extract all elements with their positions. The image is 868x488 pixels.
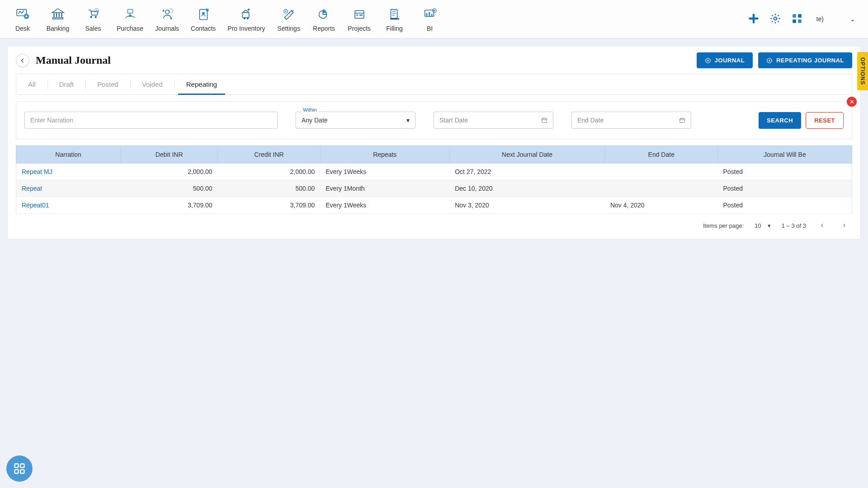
- nav-label: Sales: [85, 25, 101, 32]
- tab-label: Posted: [97, 80, 118, 88]
- next-page-button[interactable]: [839, 220, 849, 231]
- tab-voided[interactable]: Voided: [130, 74, 175, 94]
- cell-debit: 3,709.00: [121, 197, 218, 214]
- close-filter-button[interactable]: ✕: [847, 97, 857, 107]
- apps-fab[interactable]: [6, 455, 33, 482]
- col-narration[interactable]: Narration: [16, 146, 121, 164]
- col-repeats[interactable]: Repeats: [320, 146, 449, 164]
- svg-point-12: [169, 9, 173, 13]
- search-button[interactable]: SEARCH: [759, 112, 801, 129]
- nav-purchase[interactable]: Purchase: [115, 4, 145, 34]
- svg-point-16: [202, 12, 205, 14]
- quickadd-button[interactable]: [748, 13, 760, 26]
- tab-posted[interactable]: Posted: [85, 74, 130, 94]
- nav-label: Contacts: [191, 25, 216, 32]
- purchase-icon: [123, 7, 138, 22]
- chevron-right-icon: [842, 223, 846, 228]
- nav-label: Desk: [15, 25, 30, 32]
- user-menu[interactable]: te) ⌄: [813, 14, 859, 24]
- col-credit[interactable]: Credit INR: [218, 146, 321, 164]
- narration-input[interactable]: [24, 112, 278, 129]
- tabs: All Draft Posted Voided Repeating: [16, 74, 852, 95]
- tab-label: Repeating: [186, 80, 217, 88]
- col-debit[interactable]: Debit INR: [121, 146, 218, 164]
- table-body: Repeat MJ2,000.002,000.00Every 1WeeksOct…: [16, 164, 852, 214]
- within-select[interactable]: Any Date ▾: [296, 112, 415, 129]
- options-rail[interactable]: OPTIONS: [857, 52, 868, 90]
- nav-proinventory[interactable]: Pro Inventory: [226, 4, 267, 34]
- cell-next: Dec 10, 2020: [449, 180, 605, 197]
- cell-narration[interactable]: Repeat01: [16, 197, 121, 214]
- cell-repeats: Every 1Month: [320, 180, 449, 197]
- nav-journals[interactable]: Journals: [153, 4, 181, 34]
- svg-rect-2: [53, 18, 63, 19]
- ipp-select[interactable]: 10 ▾: [755, 222, 770, 229]
- table-row[interactable]: Repeat MJ2,000.002,000.00Every 1WeeksOct…: [16, 164, 852, 180]
- search-label: SEARCH: [767, 117, 793, 124]
- tab-all[interactable]: All: [16, 74, 47, 94]
- within-label: Within: [301, 107, 319, 113]
- dropdown-icon: ▾: [768, 222, 771, 229]
- nav-right: te) ⌄: [748, 13, 859, 26]
- svg-rect-35: [429, 12, 430, 16]
- nav-label: Banking: [47, 25, 70, 32]
- cell-credit: 500.00: [218, 180, 321, 197]
- end-date-placeholder: End Date: [577, 117, 604, 124]
- nav-label: Settings: [277, 25, 300, 32]
- nav-label: Filling: [386, 25, 403, 32]
- nav-reports[interactable]: Reports: [311, 4, 338, 34]
- svg-point-8: [95, 16, 97, 18]
- nav-banking[interactable]: Banking: [44, 4, 71, 34]
- ipp-label: Items per page:: [703, 222, 744, 229]
- filter-actions: SEARCH RESET: [759, 112, 844, 129]
- svg-rect-56: [15, 469, 19, 473]
- cell-end: [605, 180, 718, 197]
- apps-button[interactable]: [791, 13, 803, 26]
- nav-label: Journals: [155, 25, 179, 32]
- journal-table: Narration Debit INR Credit INR Repeats N…: [16, 145, 852, 214]
- ipp-value: 10: [755, 222, 761, 229]
- nav-desk[interactable]: Desk: [9, 4, 36, 34]
- back-button[interactable]: [16, 54, 29, 67]
- end-date-input[interactable]: End Date: [571, 112, 691, 129]
- col-end[interactable]: End Date: [605, 146, 718, 164]
- nav-settings[interactable]: Settings: [275, 4, 302, 34]
- cell-repeats: Every 1Weeks: [320, 164, 449, 180]
- cell-narration[interactable]: Repeat: [16, 180, 121, 197]
- tab-draft[interactable]: Draft: [47, 74, 86, 94]
- tab-repeating[interactable]: Repeating: [175, 74, 229, 94]
- svg-rect-42: [793, 19, 796, 23]
- table-header: Narration Debit INR Credit INR Repeats N…: [16, 146, 852, 164]
- nav-projects[interactable]: Projects: [346, 4, 373, 34]
- cell-next: Nov 3, 2020: [449, 197, 605, 214]
- settings-gear-button[interactable]: [769, 13, 781, 26]
- svg-rect-34: [426, 13, 427, 16]
- nav-bi[interactable]: BI: [416, 4, 443, 34]
- nav-sales[interactable]: Sales: [80, 4, 107, 34]
- svg-point-19: [244, 17, 245, 19]
- nav-contacts[interactable]: Contacts: [189, 4, 217, 34]
- col-status[interactable]: Journal Will Be: [718, 146, 852, 164]
- nav-filling[interactable]: Filling: [381, 4, 408, 34]
- contacts-icon: [196, 7, 211, 22]
- repeating-journal-button[interactable]: REPEATING JOURNAL: [758, 52, 852, 68]
- start-date-input[interactable]: Start Date: [434, 112, 553, 129]
- svg-rect-18: [247, 8, 250, 11]
- dropdown-icon: ▾: [406, 117, 410, 124]
- prev-page-button[interactable]: [817, 220, 828, 231]
- top-nav: Desk Banking Sales Purchase Journals Con…: [0, 0, 868, 38]
- table-row[interactable]: Repeat500.00500.00Every 1MonthDec 10, 20…: [16, 180, 852, 197]
- cell-credit: 3,709.00: [218, 197, 321, 214]
- cell-narration[interactable]: Repeat MJ: [16, 164, 121, 180]
- reset-label: RESET: [814, 117, 835, 124]
- svg-point-20: [247, 17, 249, 19]
- table-row[interactable]: Repeat013,709.003,709.00Every 1WeeksNov …: [16, 197, 852, 214]
- col-next[interactable]: Next Journal Date: [449, 146, 605, 164]
- filter-bar: Within Any Date ▾ Start Date End Date SE…: [16, 101, 852, 139]
- bank-icon: [50, 7, 66, 22]
- svg-rect-57: [20, 469, 24, 473]
- svg-point-38: [434, 10, 435, 11]
- svg-point-13: [162, 9, 164, 11]
- journal-button[interactable]: JOURNAL: [697, 52, 753, 68]
- reset-button[interactable]: RESET: [806, 112, 844, 129]
